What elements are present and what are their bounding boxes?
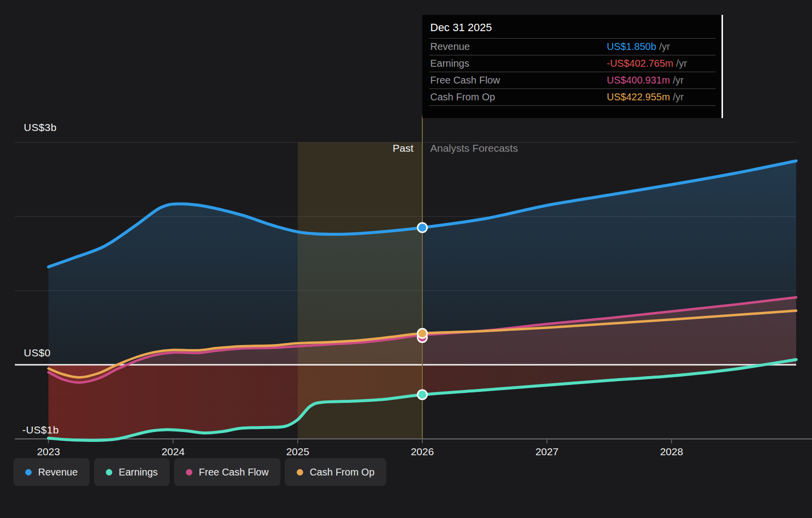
free-cash-flow-dot-icon — [186, 469, 192, 475]
past-year-highlight-band — [298, 142, 422, 439]
chart-legend: Revenue Earnings Free Cash Flow Cash Fro… — [13, 458, 386, 486]
tooltip-row-value: US$400.931m — [607, 75, 670, 86]
earnings-dot-icon — [106, 469, 112, 475]
earnings-marker-dot[interactable] — [418, 390, 427, 399]
tooltip-row-value: US$422.955m — [607, 91, 670, 102]
tooltip-row-cash-from-op: Cash From Op US$422.955m /yr — [429, 88, 716, 106]
y-axis-label-zero: US$0 — [24, 347, 51, 359]
tooltip-row-label: Earnings — [429, 58, 469, 69]
cash-from-op-dot-icon — [297, 469, 303, 475]
x-tick-label: 2023 — [37, 446, 60, 457]
tooltip-row-free-cash-flow: Free Cash Flow US$400.931m /yr — [429, 72, 716, 88]
legend-label: Revenue — [38, 467, 78, 478]
y-axis-label-neg1b: -US$1b — [22, 424, 59, 436]
tooltip-row-label: Revenue — [429, 41, 470, 52]
chart-tooltip: Dec 31 2025 Revenue US$1.850b /yr Earnin… — [422, 15, 723, 118]
legend-item-cash-from-op[interactable]: Cash From Op — [285, 458, 386, 486]
legend-label: Cash From Op — [310, 467, 374, 478]
cash-from-op-marker-dot[interactable] — [418, 329, 427, 338]
legend-item-free-cash-flow[interactable]: Free Cash Flow — [174, 458, 280, 486]
tooltip-row-suffix: /yr — [673, 91, 683, 102]
tooltip-row-suffix: /yr — [676, 58, 687, 69]
x-tick-label: 2026 — [411, 446, 434, 457]
past-zone-label: Past — [315, 142, 413, 154]
tooltip-row-suffix: /yr — [659, 41, 670, 52]
x-tick-label: 2024 — [162, 446, 185, 457]
tooltip-row-earnings: Earnings -US$402.765m /yr — [429, 55, 716, 72]
x-tick-label: 2025 — [286, 446, 310, 457]
legend-label: Earnings — [119, 467, 158, 478]
revenue-marker-dot[interactable] — [418, 223, 427, 232]
x-tick-label: 2028 — [660, 446, 683, 457]
app-background: { "annotations": { "past_label": "Past",… — [0, 0, 812, 518]
x-tick-label: 2027 — [536, 446, 559, 457]
tooltip-row-value: -US$402.765m — [607, 58, 674, 69]
tooltip-row-suffix: /yr — [673, 75, 683, 86]
legend-item-revenue[interactable]: Revenue — [13, 458, 90, 486]
tooltip-row-revenue: Revenue US$1.850b /yr — [429, 38, 716, 55]
tooltip-row-label: Cash From Op — [429, 91, 495, 102]
tooltip-row-value: US$1.850b — [607, 41, 656, 52]
legend-label: Free Cash Flow — [199, 467, 269, 478]
revenue-dot-icon — [25, 469, 32, 475]
tooltip-row-label: Free Cash Flow — [429, 75, 500, 86]
forecast-zone-label: Analysts Forecasts — [430, 142, 518, 154]
tooltip-date: Dec 31 2025 — [422, 15, 722, 38]
legend-item-earnings[interactable]: Earnings — [94, 458, 170, 486]
y-axis-label-3b: US$3b — [24, 122, 57, 133]
